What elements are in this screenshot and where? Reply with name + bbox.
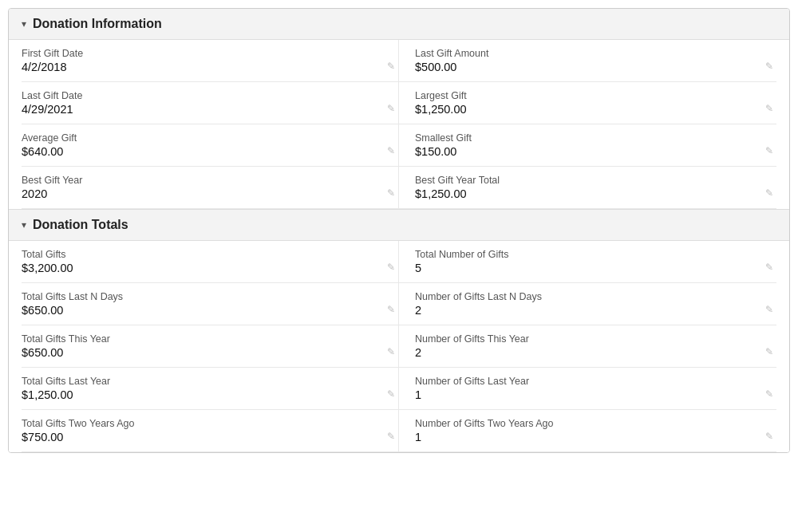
field-item: Best Gift Year Total $1,250.00 ✎ xyxy=(399,167,776,209)
field-label: Best Gift Year xyxy=(22,175,382,186)
field-item: Total Gifts Last Year $1,250.00 ✎ xyxy=(22,368,399,410)
field-value: $150.00 xyxy=(415,145,767,158)
field-label: Number of Gifts Two Years Ago xyxy=(415,418,767,429)
donation-totals-header: ▾ Donation Totals xyxy=(9,210,789,241)
field-item: Best Gift Year 2020 ✎ xyxy=(22,167,399,209)
field-value: 1 xyxy=(415,431,767,443)
field-value: $1,250.00 xyxy=(415,103,767,116)
field-value: $650.00 xyxy=(22,304,382,317)
field-item: Total Number of Gifts 5 ✎ xyxy=(399,241,776,283)
field-value: $3,200.00 xyxy=(22,262,382,274)
edit-icon[interactable]: ✎ xyxy=(765,304,773,315)
edit-icon[interactable]: ✎ xyxy=(387,388,395,400)
field-item: Total Gifts This Year $650.00 ✎ xyxy=(22,325,399,368)
field-label: Total Gifts Last Year xyxy=(22,376,382,387)
field-label: Last Gift Amount xyxy=(415,48,767,59)
field-item: Average Gift $640.00 ✎ xyxy=(22,124,399,167)
edit-icon[interactable]: ✎ xyxy=(387,346,395,357)
field-item: Number of Gifts Two Years Ago 1 ✎ xyxy=(399,410,776,452)
field-label: Total Gifts xyxy=(22,249,382,260)
donation-totals-grid: Total Gifts $3,200.00 ✎ Total Number of … xyxy=(22,241,776,452)
donation-information-header: ▾ Donation Information xyxy=(9,9,789,40)
field-label: Number of Gifts Last N Days xyxy=(415,291,767,302)
field-item: Total Gifts Last N Days $650.00 ✎ xyxy=(22,283,399,325)
field-value: $640.00 xyxy=(22,145,382,158)
donation-information-grid: First Gift Date 4/2/2018 ✎ Last Gift Amo… xyxy=(22,40,776,209)
edit-icon[interactable]: ✎ xyxy=(765,388,773,400)
field-item: Number of Gifts This Year 2 ✎ xyxy=(399,325,776,368)
edit-icon[interactable]: ✎ xyxy=(765,431,773,442)
donation-information-title: Donation Information xyxy=(33,17,162,31)
field-label: First Gift Date xyxy=(22,48,382,59)
field-label: Smallest Gift xyxy=(415,132,767,144)
edit-icon[interactable]: ✎ xyxy=(765,103,773,114)
field-value: $500.00 xyxy=(415,61,767,73)
chevron-down-icon-2[interactable]: ▾ xyxy=(22,219,26,231)
donation-information-body: First Gift Date 4/2/2018 ✎ Last Gift Amo… xyxy=(9,40,789,209)
edit-icon[interactable]: ✎ xyxy=(387,61,395,72)
field-label: Total Gifts This Year xyxy=(22,333,382,345)
field-label: Largest Gift xyxy=(415,90,767,101)
edit-icon[interactable]: ✎ xyxy=(387,262,395,273)
field-item: Total Gifts $3,200.00 ✎ xyxy=(22,241,399,283)
field-value: $750.00 xyxy=(22,431,382,443)
field-label: Average Gift xyxy=(22,132,382,144)
field-item: Smallest Gift $150.00 ✎ xyxy=(399,124,776,167)
field-value: 4/2/2018 xyxy=(22,61,382,73)
field-value: 1 xyxy=(415,388,767,401)
edit-icon[interactable]: ✎ xyxy=(387,431,395,442)
field-value: $650.00 xyxy=(22,346,382,359)
field-value: 2 xyxy=(415,304,767,317)
field-item: First Gift Date 4/2/2018 ✎ xyxy=(22,40,399,82)
edit-icon[interactable]: ✎ xyxy=(765,187,773,199)
edit-icon[interactable]: ✎ xyxy=(765,145,773,156)
field-value: $1,250.00 xyxy=(22,388,382,401)
field-value: 5 xyxy=(415,262,767,274)
field-label: Number of Gifts Last Year xyxy=(415,376,767,387)
field-item: Last Gift Amount $500.00 ✎ xyxy=(399,40,776,82)
field-value: $1,250.00 xyxy=(415,187,767,200)
field-item: Total Gifts Two Years Ago $750.00 ✎ xyxy=(22,410,399,452)
field-value: 2020 xyxy=(22,187,382,200)
edit-icon[interactable]: ✎ xyxy=(387,187,395,199)
field-item: Number of Gifts Last Year 1 ✎ xyxy=(399,368,776,410)
field-label: Total Gifts Last N Days xyxy=(22,291,382,302)
edit-icon[interactable]: ✎ xyxy=(387,145,395,156)
field-label: Total Gifts Two Years Ago xyxy=(22,418,382,429)
donation-totals-title: Donation Totals xyxy=(33,218,128,232)
edit-icon[interactable]: ✎ xyxy=(765,61,773,72)
field-label: Best Gift Year Total xyxy=(415,175,767,186)
field-item: Number of Gifts Last N Days 2 ✎ xyxy=(399,283,776,325)
field-item: Last Gift Date 4/29/2021 ✎ xyxy=(22,82,399,124)
edit-icon[interactable]: ✎ xyxy=(387,103,395,114)
field-value: 2 xyxy=(415,346,767,359)
field-label: Total Number of Gifts xyxy=(415,249,767,260)
field-label: Number of Gifts This Year xyxy=(415,333,767,345)
field-label: Last Gift Date xyxy=(22,90,382,101)
edit-icon[interactable]: ✎ xyxy=(765,346,773,357)
field-value: 4/29/2021 xyxy=(22,103,382,116)
edit-icon[interactable]: ✎ xyxy=(765,262,773,273)
field-item: Largest Gift $1,250.00 ✎ xyxy=(399,82,776,124)
donation-totals-body: Total Gifts $3,200.00 ✎ Total Number of … xyxy=(9,241,789,452)
page-wrapper: ▾ Donation Information First Gift Date 4… xyxy=(8,8,790,453)
edit-icon[interactable]: ✎ xyxy=(387,304,395,315)
chevron-down-icon[interactable]: ▾ xyxy=(22,18,26,30)
